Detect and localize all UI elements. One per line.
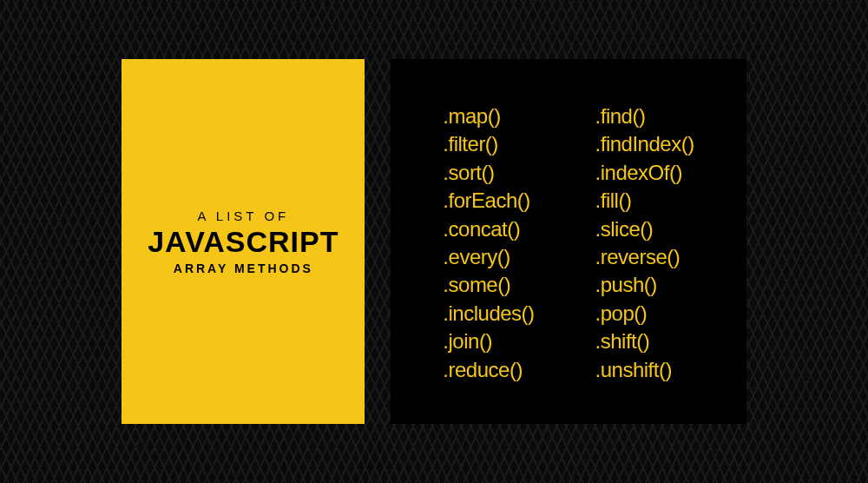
main-container: A LIST OF JAVASCRIPT ARRAY METHODS .map(…	[122, 59, 746, 424]
method-item: .pop()	[595, 300, 694, 328]
method-item: .forEach()	[443, 187, 534, 215]
method-item: .join()	[443, 328, 534, 355]
title-panel: A LIST OF JAVASCRIPT ARRAY METHODS	[122, 59, 365, 424]
method-item: .sort()	[443, 159, 534, 187]
subtitle-text: A LIST OF	[197, 208, 289, 223]
method-item: .concat()	[443, 215, 534, 243]
method-column-1: .map() .filter() .sort() .forEach() .con…	[443, 103, 534, 380]
method-item: .includes()	[443, 300, 534, 328]
method-item: .unshift()	[595, 356, 694, 384]
method-item: .filter()	[443, 130, 534, 158]
method-item: .findIndex()	[595, 130, 694, 158]
method-item: .map()	[443, 103, 534, 130]
title-text: JAVASCRIPT	[148, 227, 339, 256]
method-item: .every()	[443, 243, 534, 271]
method-item: .slice()	[595, 215, 694, 243]
method-item: .shift()	[595, 328, 694, 355]
method-item: .fill()	[595, 187, 694, 215]
method-item: .indexOf()	[595, 159, 694, 187]
method-item: .find()	[595, 103, 694, 130]
method-item: .some()	[443, 271, 534, 299]
methods-panel: .map() .filter() .sort() .forEach() .con…	[391, 59, 746, 424]
method-column-2: .find() .findIndex() .indexOf() .fill() …	[595, 103, 694, 380]
method-item: .push()	[595, 271, 694, 299]
method-item: .reverse()	[595, 243, 694, 271]
method-item: .reduce()	[443, 356, 534, 384]
footer-text: ARRAY METHODS	[174, 261, 313, 275]
